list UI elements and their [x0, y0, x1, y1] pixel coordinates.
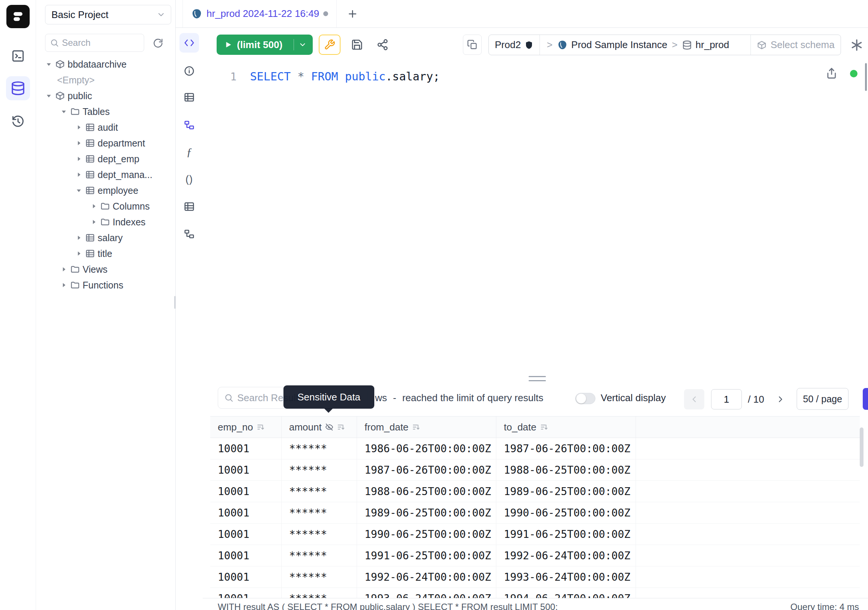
- tree-item-title[interactable]: title: [36, 246, 176, 261]
- sql-keyword: FROM: [311, 70, 338, 83]
- sql-rest: .salary;: [386, 70, 440, 83]
- tree-item-dept-manager[interactable]: dept_mana...: [36, 167, 176, 183]
- project-selector[interactable]: Basic Project: [45, 5, 171, 25]
- eye-off-icon[interactable]: [325, 423, 333, 431]
- chevron-down-icon: [157, 10, 166, 19]
- postgres-icon: [191, 8, 202, 20]
- caret-right-icon: [75, 171, 82, 178]
- strip-schema-diagram-button[interactable]: [180, 115, 199, 135]
- run-query-button[interactable]: (limit 500): [217, 34, 313, 55]
- search-icon: [50, 38, 59, 47]
- executed-sql: WITH result AS ( SELECT * FROM public.sa…: [218, 602, 558, 610]
- format-sql-button[interactable]: [319, 34, 341, 55]
- chevron-left-icon: [689, 394, 699, 404]
- sql-editor[interactable]: 1 SELECT * FROM public .salary;: [203, 60, 868, 380]
- table-row[interactable]: 10001 ****** 1993-06-24T00:00:00Z 1994-0…: [210, 588, 860, 598]
- folder-icon: [70, 264, 80, 274]
- sort-icon[interactable]: [256, 423, 265, 431]
- editor-scrollbar[interactable]: [865, 63, 867, 91]
- editor-icon-strip: ƒ (): [176, 28, 203, 381]
- table-row[interactable]: 10001 ****** 1992-06-24T00:00:00Z 1993-0…: [210, 567, 860, 588]
- share-button[interactable]: [374, 37, 391, 52]
- tree-item-views[interactable]: Views: [36, 261, 176, 277]
- caret-down-icon: [75, 187, 82, 194]
- add-tab-button[interactable]: [344, 6, 361, 22]
- tree-item-department[interactable]: department: [36, 135, 176, 151]
- refresh-button[interactable]: [151, 36, 165, 50]
- schema-selector[interactable]: Select schema: [750, 35, 841, 55]
- tree-item-functions[interactable]: Functions: [36, 277, 176, 293]
- expand-panel-button[interactable]: [863, 388, 868, 410]
- plus-icon: [347, 8, 358, 20]
- sort-icon[interactable]: [337, 423, 345, 431]
- prev-page-button[interactable]: [684, 389, 704, 410]
- header-to-date[interactable]: to_date: [496, 416, 636, 438]
- folder-icon: [100, 201, 110, 211]
- tree-item-public[interactable]: public: [36, 88, 176, 104]
- sort-icon[interactable]: [540, 423, 548, 431]
- rail-history-button[interactable]: [9, 113, 27, 131]
- table-icon: [85, 233, 95, 243]
- sidebar-search: [45, 34, 144, 52]
- table-icon: [85, 249, 95, 258]
- instance-database-selector[interactable]: > Prod Sample Instance > hr_prod: [540, 35, 735, 55]
- wrench-icon: [324, 39, 335, 50]
- strip-info-button[interactable]: [180, 61, 199, 81]
- terminal-icon: [11, 49, 25, 63]
- tree-item-employee[interactable]: employee: [36, 183, 176, 198]
- sql-keyword: SELECT: [250, 70, 291, 83]
- strip-function-button[interactable]: ƒ: [180, 142, 199, 161]
- strip-er-diagram-button[interactable]: [180, 224, 199, 244]
- environment-selector[interactable]: Prod2: [489, 35, 540, 55]
- copy-sheet-button[interactable]: [463, 34, 482, 55]
- table-row[interactable]: 10001 ****** 1987-06-26T00:00:00Z 1988-0…: [210, 459, 860, 481]
- folder-icon: [70, 280, 80, 290]
- header-amount[interactable]: amount: [282, 416, 357, 438]
- database-icon: [682, 40, 692, 50]
- strip-table-button[interactable]: [180, 87, 199, 107]
- shield-icon: [524, 40, 533, 50]
- header-empty: [636, 416, 860, 438]
- page-size-select[interactable]: 50 / page: [797, 388, 848, 410]
- strip-procedure-button[interactable]: (): [180, 169, 199, 189]
- page-number-input[interactable]: 1: [711, 389, 742, 410]
- tree-item-indexes[interactable]: Indexes: [36, 214, 176, 230]
- header-from-date[interactable]: from_date: [357, 416, 496, 438]
- next-page-button[interactable]: [772, 389, 789, 410]
- table-scrollbar[interactable]: [860, 427, 863, 467]
- schema-diagram-icon: [184, 120, 195, 131]
- panel-splitter-handle[interactable]: [529, 376, 546, 381]
- brackets-icon: (): [186, 174, 193, 185]
- save-button[interactable]: [349, 37, 365, 52]
- sort-icon[interactable]: [412, 423, 420, 431]
- export-button[interactable]: [825, 67, 840, 81]
- ai-assistant-button[interactable]: [848, 37, 865, 53]
- tree-item-bbdataarchive[interactable]: bbdataarchive: [36, 56, 176, 72]
- tree-item-tables[interactable]: Tables: [36, 104, 176, 120]
- table-icon: [85, 186, 95, 195]
- tree-item-salary[interactable]: salary: [36, 230, 176, 246]
- unsaved-dot: [323, 11, 328, 16]
- table-row[interactable]: 10001 ****** 1986-06-26T00:00:00Z 1987-0…: [210, 438, 860, 459]
- tree-item-columns[interactable]: Columns: [36, 198, 176, 214]
- table-row[interactable]: 10001 ****** 1990-06-25T00:00:00Z 1991-0…: [210, 524, 860, 545]
- search-icon: [224, 393, 234, 403]
- app-logo[interactable]: [6, 5, 29, 28]
- vertical-display-toggle[interactable]: [575, 393, 595, 404]
- sidebar-search-input[interactable]: [62, 37, 133, 48]
- strip-external-table-button[interactable]: [180, 197, 199, 216]
- tree-item-empty: <Empty>: [36, 72, 176, 88]
- tab-hr-prod[interactable]: hr_prod 2024-11-22 16:49: [183, 0, 337, 28]
- table-row[interactable]: 10001 ****** 1989-06-25T00:00:00Z 1990-0…: [210, 502, 860, 524]
- rail-worksheet-button[interactable]: [9, 47, 27, 65]
- header-emp-no[interactable]: emp_no: [210, 416, 282, 438]
- upload-icon: [825, 67, 838, 80]
- tree-item-audit[interactable]: audit: [36, 120, 176, 135]
- table-row[interactable]: 10001 ****** 1988-06-25T00:00:00Z 1989-0…: [210, 481, 860, 502]
- tree-item-dept-emp[interactable]: dept_emp: [36, 151, 176, 167]
- table-row[interactable]: 10001 ****** 1991-06-25T00:00:00Z 1992-0…: [210, 545, 860, 567]
- history-icon: [11, 115, 25, 129]
- caret-right-icon: [75, 234, 82, 242]
- rail-database-button[interactable]: [6, 76, 30, 100]
- strip-code-button[interactable]: [180, 33, 199, 53]
